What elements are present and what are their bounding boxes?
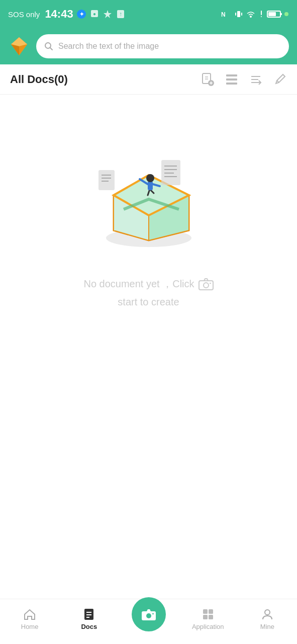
toolbar: All Docs(0) — [0, 64, 297, 95]
svg-text:✦: ✦ — [79, 11, 83, 17]
application-icon — [202, 608, 215, 621]
app-logo — [8, 35, 30, 57]
svg-line-21 — [50, 48, 53, 50]
home-icon — [23, 608, 36, 621]
search-bar[interactable]: Search the text of the image — [36, 34, 289, 58]
circle-blue-icon: ✦ — [76, 9, 86, 19]
illustration-container — [68, 115, 229, 256]
nav-label-docs: Docs — [81, 623, 97, 630]
camera-fab-button[interactable] — [132, 597, 166, 631]
svg-rect-64 — [203, 615, 208, 619]
nav-item-docs[interactable]: Docs — [59, 608, 119, 630]
svg-rect-43 — [98, 170, 115, 190]
status-sos-text: SOS only — [8, 10, 40, 19]
svg-rect-62 — [203, 609, 208, 614]
svg-marker-4 — [104, 10, 112, 18]
svg-rect-9 — [235, 13, 236, 16]
status-bar-right: N — [221, 10, 289, 18]
svg-rect-12 — [261, 11, 262, 15]
camera-inline-icon — [199, 277, 214, 290]
toolbar-actions — [201, 72, 287, 87]
green-dot-icon — [284, 10, 289, 18]
svg-text:●: ● — [93, 11, 96, 17]
svg-rect-14 — [280, 13, 282, 15]
bottom-nav: Home Docs Application — [0, 599, 297, 644]
svg-text:↑: ↑ — [119, 11, 122, 18]
svg-point-40 — [146, 174, 154, 182]
sort-icon[interactable] — [249, 72, 263, 87]
svg-text:N: N — [221, 11, 226, 18]
svg-rect-63 — [209, 609, 213, 614]
vibrate-icon — [235, 10, 243, 18]
add-document-icon[interactable] — [201, 72, 215, 87]
top-bar: Search the text of the image — [0, 28, 297, 64]
svg-rect-30 — [226, 83, 237, 85]
status-time-text: 14:43 — [45, 8, 73, 21]
wifi-icon — [246, 10, 256, 18]
shield-icon: ● — [89, 9, 100, 19]
search-icon — [44, 42, 53, 51]
nav-item-home[interactable]: Home — [0, 608, 59, 630]
empty-state-illustration — [68, 115, 229, 256]
nav-label-home: Home — [21, 623, 39, 630]
page-title: All Docs(0) — [10, 73, 68, 86]
alert-icon — [259, 10, 264, 18]
svg-rect-13 — [261, 16, 262, 17]
list-view-icon[interactable] — [225, 72, 239, 87]
nav-label-application: Application — [192, 623, 224, 630]
nav-item-mine[interactable]: Mine — [238, 608, 297, 630]
docs-icon — [82, 608, 95, 621]
svg-rect-61 — [152, 613, 154, 614]
status-bar: SOS only 14:43 ✦ ● ↑ N — [0, 0, 297, 28]
svg-point-60 — [146, 613, 151, 618]
svg-line-35 — [277, 80, 279, 83]
svg-point-11 — [250, 16, 252, 18]
mine-icon — [261, 608, 274, 621]
svg-point-53 — [204, 283, 209, 288]
arrow-up-icon: ↑ — [116, 9, 126, 19]
search-placeholder: Search the text of the image — [58, 42, 281, 51]
status-bar-left: SOS only 14:43 ✦ ● ↑ — [8, 8, 126, 21]
main-content: No document yet ，Click start to create — [0, 95, 297, 599]
empty-state-line1: No document yet ，Click — [83, 276, 194, 292]
svg-point-15 — [284, 12, 288, 16]
svg-rect-8 — [237, 11, 240, 17]
empty-state-text: No document yet ，Click start to create — [83, 276, 213, 310]
edit-icon[interactable] — [273, 72, 287, 87]
svg-rect-10 — [241, 13, 242, 16]
nav-item-camera[interactable] — [119, 607, 178, 631]
nav-label-mine: Mine — [260, 623, 274, 630]
camera-fab-icon — [141, 607, 157, 621]
svg-rect-29 — [226, 78, 237, 80]
svg-rect-39 — [148, 181, 153, 190]
nfc-icon: N — [221, 10, 232, 18]
svg-point-66 — [265, 610, 270, 615]
star-icon — [103, 9, 113, 19]
svg-rect-65 — [209, 615, 213, 619]
svg-rect-54 — [210, 283, 211, 284]
svg-rect-52 — [199, 281, 213, 290]
empty-state-line2: start to create — [118, 294, 179, 310]
nav-item-application[interactable]: Application — [178, 608, 238, 630]
battery-icon — [267, 11, 281, 18]
svg-rect-28 — [226, 74, 237, 76]
